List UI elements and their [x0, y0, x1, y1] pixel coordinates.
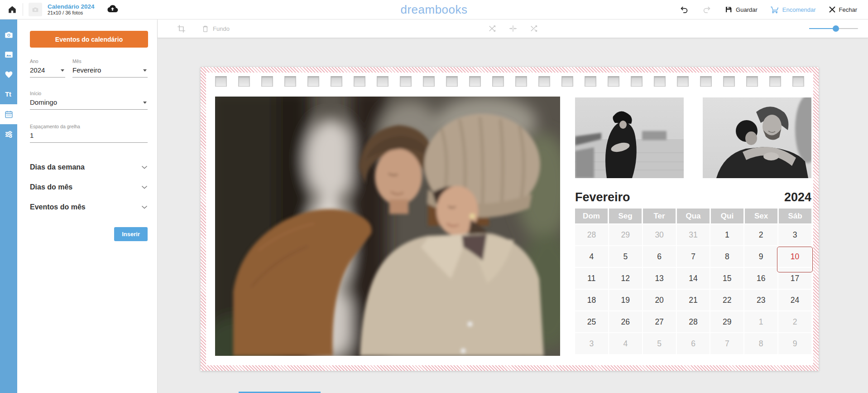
- calendar-day-cell[interactable]: 29: [609, 224, 642, 245]
- calendar-day-cell[interactable]: 30: [643, 224, 676, 245]
- calendar-day-cell[interactable]: 5: [643, 333, 676, 354]
- undo-button[interactable]: [679, 5, 689, 15]
- binding-hole: [377, 76, 388, 87]
- design-canvas[interactable]: Fevereiro 2024 DomSegTerQuaQuiSexSáb 282…: [158, 38, 868, 393]
- canvas-area: Fundo: [158, 19, 868, 393]
- calendar-day-cell[interactable]: 6: [643, 246, 676, 267]
- calendar-day-cell[interactable]: 4: [575, 246, 608, 267]
- binding-hole: [400, 76, 412, 87]
- binding-hole: [354, 76, 365, 87]
- calendar-day-cell[interactable]: 3: [575, 333, 608, 354]
- image-icon: [4, 50, 14, 59]
- day-header: Sex: [745, 209, 777, 223]
- section-monthevents[interactable]: Eventos do mês: [30, 197, 148, 217]
- zoom-slider-thumb[interactable]: [833, 25, 839, 32]
- month-label: Mês: [72, 58, 148, 64]
- binding-hole: [238, 76, 250, 87]
- calendar-day-cell[interactable]: 14: [677, 268, 710, 289]
- calendar-day-cell[interactable]: 9: [778, 333, 811, 354]
- undo-icon: [679, 5, 689, 15]
- calendar-page[interactable]: Fevereiro 2024 DomSegTerQuaQuiSexSáb 282…: [201, 67, 819, 371]
- calendar-day-cell[interactable]: 20: [643, 290, 676, 311]
- calendar-day-cell[interactable]: 31: [677, 224, 710, 245]
- calendar-day-cell[interactable]: 6: [677, 333, 710, 354]
- calendar-day-cell[interactable]: 13: [643, 268, 676, 289]
- calendar-day-cell[interactable]: 9: [744, 246, 777, 267]
- order-button[interactable]: Encomendar: [770, 5, 816, 14]
- calendar-day-cell[interactable]: 25: [575, 311, 608, 332]
- calendar-day-cell[interactable]: 29: [710, 311, 743, 332]
- section-label: Eventos do mês: [30, 203, 86, 211]
- calendar-day-cell[interactable]: 19: [609, 290, 642, 311]
- month-select[interactable]: Mês Fevereiro: [72, 58, 148, 78]
- redo-button[interactable]: [702, 5, 712, 15]
- calendar-day-cell[interactable]: 8: [710, 246, 743, 267]
- calendar-day-cell[interactable]: 3: [778, 224, 811, 245]
- rail-item-photos[interactable]: [0, 24, 17, 44]
- calendar-day-cell[interactable]: 16: [744, 268, 777, 289]
- week-start-select[interactable]: Início Domingo: [30, 90, 148, 110]
- calendar-day-cell[interactable]: 7: [677, 246, 710, 267]
- calendar-icon: [4, 110, 14, 119]
- chevron-down-icon: [141, 185, 148, 189]
- calendar-day-cell[interactable]: 1: [744, 311, 777, 332]
- calendar-day-cell[interactable]: 15: [710, 268, 743, 289]
- binding-hole: [746, 76, 758, 87]
- year-select[interactable]: Ano 2024: [30, 58, 65, 78]
- shuffle-photos-button[interactable]: [529, 24, 538, 33]
- grid-spacing-value: 1: [30, 131, 148, 139]
- calendar-day-cell[interactable]: 17: [778, 268, 811, 289]
- section-weekdays[interactable]: Dias da semana: [30, 157, 148, 177]
- zoom-slider-track[interactable]: [809, 28, 858, 29]
- calendar-day-cell[interactable]: 5: [609, 246, 642, 267]
- grid-spacing-input[interactable]: Espaçamento da grelha 1: [30, 123, 148, 143]
- rail-item-settings[interactable]: [0, 124, 17, 144]
- calendar-day-cell[interactable]: 11: [575, 268, 608, 289]
- home-button[interactable]: [7, 5, 17, 15]
- calendar-day-cell[interactable]: 22: [710, 290, 743, 311]
- calendar-day-cell[interactable]: 2: [778, 311, 811, 332]
- calendar-day-cell[interactable]: 1: [710, 224, 743, 245]
- rail-item-images[interactable]: [0, 44, 17, 64]
- calendar-day-cell[interactable]: 28: [677, 311, 710, 332]
- save-button[interactable]: Guardar: [724, 5, 758, 14]
- small-photo-2[interactable]: [703, 97, 811, 178]
- calendar-day-cell[interactable]: 7: [710, 333, 743, 354]
- close-button[interactable]: Fechar: [829, 6, 857, 13]
- rail-item-favorites[interactable]: [0, 64, 17, 84]
- rail-item-calendar[interactable]: [0, 104, 17, 124]
- calendar-day-cell[interactable]: 24: [778, 290, 811, 311]
- small-photo-1[interactable]: [575, 97, 684, 178]
- cloud-sync-button[interactable]: [106, 4, 118, 15]
- zoom-slider[interactable]: [809, 24, 858, 33]
- calendar-day-cell[interactable]: 21: [677, 290, 710, 311]
- calendar-day-cell[interactable]: 18: [575, 290, 608, 311]
- binding-hole: [423, 76, 435, 87]
- delete-background-button[interactable]: Fundo: [201, 24, 230, 33]
- zoom-slider-fill: [809, 28, 836, 29]
- calendar-day-cell[interactable]: 8: [744, 333, 777, 354]
- calendar-day-cell[interactable]: 27: [643, 311, 676, 332]
- distribute-horizontal-button[interactable]: [508, 24, 518, 33]
- crop-button[interactable]: [177, 24, 186, 34]
- binding-hole: [261, 76, 273, 87]
- calendar-day-cell-selected[interactable]: 10: [778, 246, 811, 267]
- calendar-day-cell[interactable]: 23: [744, 290, 777, 311]
- rail-item-text[interactable]: Tt: [0, 84, 17, 104]
- calendar-block[interactable]: Fevereiro 2024 DomSegTerQuaQuiSexSáb 282…: [575, 190, 811, 354]
- calendar-day-cell[interactable]: 2: [744, 224, 777, 245]
- shuffle-layout-button[interactable]: [488, 24, 497, 33]
- main-photo[interactable]: [215, 97, 560, 356]
- calendar-day-cell[interactable]: 12: [609, 268, 642, 289]
- binding-hole: [561, 76, 573, 87]
- calendar-day-cell[interactable]: 26: [609, 311, 642, 332]
- year-label: Ano: [30, 58, 65, 64]
- section-monthdays[interactable]: Dias do mês: [30, 177, 148, 197]
- home-icon: [7, 5, 17, 15]
- insert-button[interactable]: Inserir: [114, 227, 148, 241]
- calendar-day-cell[interactable]: 4: [609, 333, 642, 354]
- sliders-icon: [4, 130, 14, 139]
- calendar-day-cell[interactable]: 28: [575, 224, 608, 245]
- calendar-events-button[interactable]: Eventos do calendário: [30, 31, 148, 48]
- project-thumbnail[interactable]: [29, 3, 42, 16]
